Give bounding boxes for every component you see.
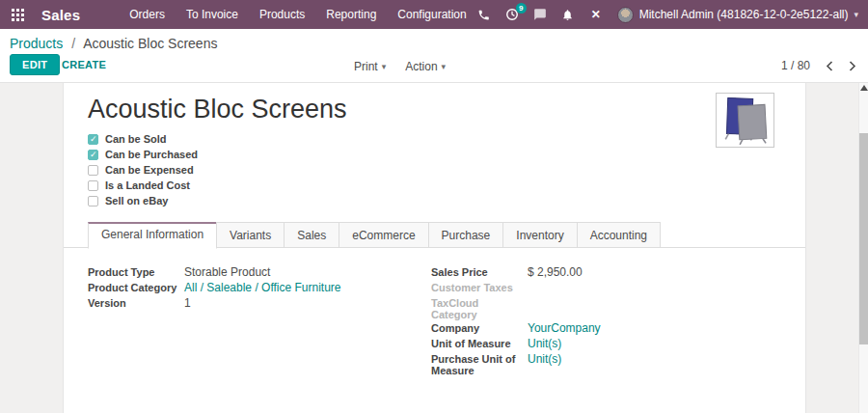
- tab-purchase[interactable]: Purchase: [428, 222, 504, 248]
- flag-can-be-expensed: Can be Expensed: [88, 162, 781, 178]
- vertical-scrollbar[interactable]: [858, 83, 868, 413]
- activity-count-badge: 9: [516, 3, 527, 14]
- tab-variants[interactable]: Variants: [216, 222, 285, 248]
- user-avatar: [617, 7, 634, 23]
- product-form-sheet: Acoustic Bloc Screens Can be Sold Can be…: [63, 83, 806, 413]
- pager-previous-button[interactable]: [826, 61, 833, 71]
- action-dropdown[interactable]: Action▾: [405, 60, 446, 73]
- content-area: Acoustic Bloc Screens Can be Sold Can be…: [0, 83, 868, 413]
- phone-icon[interactable]: [477, 8, 491, 21]
- top-menu: Orders To Invoice Products Reporting Con…: [119, 0, 477, 29]
- tab-accounting[interactable]: Accounting: [577, 222, 661, 248]
- flag-sell-on-ebay: Sell on eBay: [88, 193, 781, 208]
- apps-grid-icon[interactable]: [12, 9, 24, 21]
- breadcrumb-current: Acoustic Bloc Screens: [83, 36, 217, 51]
- uom-link[interactable]: Unit(s): [528, 336, 561, 351]
- edit-button[interactable]: EDIT: [10, 54, 60, 75]
- tab-ecommerce[interactable]: eCommerce: [339, 222, 428, 248]
- control-panel: Products / Acoustic Bloc Screens EDIT CR…: [0, 29, 868, 83]
- flag-can-be-sold: Can be Sold: [88, 131, 781, 147]
- breadcrumb: Products / Acoustic Bloc Screens: [10, 36, 217, 51]
- company-link[interactable]: YourCompany: [528, 320, 601, 336]
- chevron-down-icon: ▾: [382, 62, 387, 71]
- fields-left-column: Product Type Storable Product Product Ca…: [88, 264, 431, 376]
- tab-inventory[interactable]: Inventory: [502, 222, 577, 248]
- topbar-right: 9 ✕ Mitchell Admin (481826-12-0-2e5122-a…: [477, 0, 858, 29]
- checkbox-sell-on-ebay[interactable]: [88, 196, 98, 206]
- close-debug-icon[interactable]: ✕: [589, 8, 603, 21]
- product-category-link[interactable]: All / Saleable / Office Furniture: [184, 280, 341, 295]
- record-pager: 1 / 80: [781, 59, 856, 72]
- notebook-tabs: General Information Variants Sales eComm…: [88, 222, 781, 248]
- chevron-down-icon: ▾: [854, 10, 858, 19]
- print-dropdown[interactable]: Print▾: [354, 60, 386, 73]
- product-flags: Can be Sold Can be Purchased Can be Expe…: [88, 131, 781, 208]
- chevron-down-icon: ▾: [442, 62, 447, 71]
- field-grid: Product Type Storable Product Product Ca…: [88, 264, 781, 376]
- checkbox-can-be-purchased[interactable]: [88, 150, 98, 160]
- product-title: Acoustic Bloc Screens: [88, 94, 781, 124]
- user-name: Mitchell Admin (481826-12-0-2e5122-all): [639, 8, 849, 21]
- print-action-group: Print▾ Action▾: [354, 60, 446, 73]
- field-sales-price: Sales Price $ 2,950.00: [431, 264, 781, 280]
- field-purchase-uom: Purchase Unit of Measure Unit(s): [431, 351, 781, 376]
- menu-configuration[interactable]: Configuration: [387, 0, 476, 29]
- flag-can-be-purchased: Can be Purchased: [88, 147, 781, 162]
- activities-clock-icon[interactable]: 9: [505, 8, 519, 21]
- fields-right-column: Sales Price $ 2,950.00 Customer Taxes Ta…: [431, 264, 781, 376]
- field-customer-taxes: Customer Taxes: [431, 280, 781, 295]
- scroll-up-arrow-icon[interactable]: [860, 85, 868, 91]
- create-button[interactable]: CREATE: [62, 59, 106, 70]
- bell-icon[interactable]: [561, 8, 575, 21]
- field-taxcloud-category: TaxCloud Category: [431, 295, 781, 320]
- field-company: Company YourCompany: [431, 320, 781, 336]
- checkbox-can-be-expensed[interactable]: [88, 165, 98, 176]
- field-unit-of-measure: Unit of Measure Unit(s): [431, 336, 781, 351]
- breadcrumb-products-link[interactable]: Products: [10, 36, 63, 51]
- app-brand[interactable]: Sales: [41, 7, 80, 23]
- checkbox-is-landed-cost[interactable]: [88, 180, 98, 191]
- menu-orders[interactable]: Orders: [119, 0, 176, 29]
- breadcrumb-separator: /: [71, 36, 75, 51]
- menu-reporting[interactable]: Reporting: [315, 0, 387, 29]
- tab-general-information[interactable]: General Information: [88, 222, 217, 249]
- pager-next-button[interactable]: [849, 61, 856, 71]
- user-menu[interactable]: Mitchell Admin (481826-12-0-2e5122-all) …: [617, 7, 858, 23]
- top-navbar: Sales Orders To Invoice Products Reporti…: [0, 0, 868, 29]
- tab-sales[interactable]: Sales: [284, 222, 339, 248]
- pager-counter: 1 / 80: [781, 59, 810, 72]
- chat-icon[interactable]: [533, 8, 547, 21]
- menu-products[interactable]: Products: [249, 0, 315, 29]
- checkbox-can-be-sold[interactable]: [88, 134, 98, 145]
- field-version: Version 1: [88, 295, 431, 311]
- flag-is-landed-cost: Is a Landed Cost: [88, 178, 781, 193]
- product-image[interactable]: [716, 93, 774, 148]
- menu-to-invoice[interactable]: To Invoice: [176, 0, 249, 29]
- field-product-type: Product Type Storable Product: [88, 264, 431, 280]
- field-product-category: Product Category All / Saleable / Office…: [88, 280, 431, 295]
- purchase-uom-link[interactable]: Unit(s): [528, 351, 561, 376]
- scrollbar-thumb[interactable]: [859, 133, 868, 344]
